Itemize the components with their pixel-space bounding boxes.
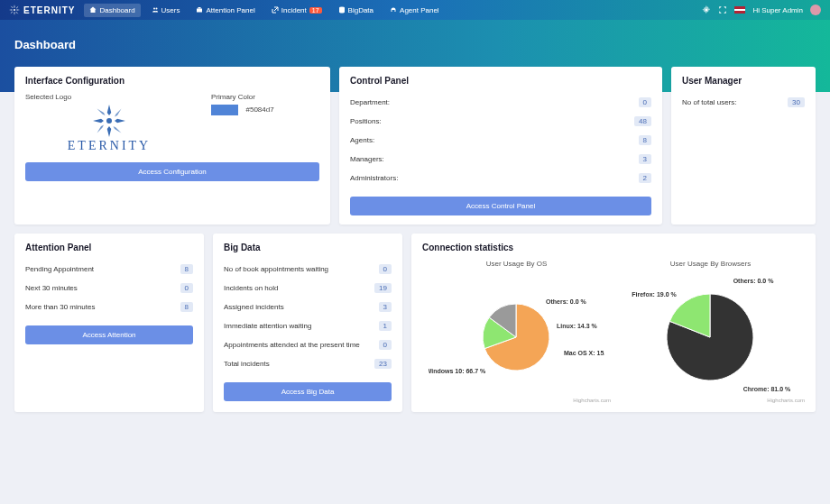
briefcase-icon: [196, 6, 203, 14]
svg-text:Others: 0.0 %: Others: 0.0 %: [546, 298, 587, 305]
content-area: Interface Configuration Selected Logo ET…: [0, 67, 830, 412]
browser-usage-chart: User Usage By Browsers Chrome: 81.0 %Fir…: [616, 260, 805, 403]
access-attention-button[interactable]: Access Attention: [25, 325, 193, 344]
database-icon: [338, 6, 346, 14]
main-nav: Dashboard Users Attention Panel Incident…: [84, 4, 444, 17]
page-title: Dashboard: [14, 38, 816, 51]
svg-text:Mac OS X: 15.0 %: Mac OS X: 15.0 %: [564, 350, 604, 356]
control-row: Managers:3: [350, 150, 651, 169]
svg-text:Firefox: 19.0 %: Firefox: 19.0 %: [632, 291, 677, 298]
svg-point-0: [14, 9, 15, 11]
svg-rect-4: [198, 7, 201, 9]
control-row: Department:0: [350, 93, 651, 112]
nav-attention-panel[interactable]: Attention Panel: [190, 4, 260, 17]
brand-text: ETERNITY: [23, 5, 75, 15]
svg-rect-3: [197, 9, 202, 13]
access-control-panel-button[interactable]: Access Control Panel: [350, 197, 651, 215]
attention-row: Next 30 minutes0: [25, 279, 193, 298]
interface-config-card: Interface Configuration Selected Logo ET…: [14, 67, 330, 225]
pie-chart-os: Windows 10: 66.7 %Mac OS X: 15.0 %Linux:…: [429, 270, 604, 396]
control-panel-card: Control Panel Department:0Positions:48Ag…: [339, 67, 662, 225]
bigdata-row: No of book appointments waiting0: [224, 260, 392, 279]
nav-incident[interactable]: Incident 17: [266, 4, 327, 17]
access-big-data-button[interactable]: Access Big Data: [224, 382, 392, 401]
selected-logo-block: Selected Logo ETERNITY: [25, 93, 193, 153]
svg-point-2: [155, 8, 157, 10]
headset-icon: [390, 6, 397, 14]
total-users-row: No of total users: 30: [682, 93, 805, 112]
svg-point-1: [153, 8, 155, 10]
nav-dashboard[interactable]: Dashboard: [84, 4, 140, 17]
bigdata-row: Appointments attended at the present tim…: [224, 335, 392, 354]
home-icon: [89, 6, 97, 14]
attention-row: Pending Appointment8: [25, 260, 193, 279]
brand-logo[interactable]: ETERNITY: [9, 5, 75, 15]
logo-preview: ETERNITY: [68, 105, 151, 153]
connection-statistics-card: Connection statistics User Usage By OS W…: [411, 234, 816, 412]
nav-agent-panel[interactable]: Agent Panel: [384, 4, 445, 17]
control-row: Positions:48: [350, 112, 651, 131]
bigdata-row: Incidents on hold19: [224, 279, 392, 298]
control-row: Administrators:2: [350, 169, 651, 188]
bigdata-row: Assigned incidents3: [224, 298, 392, 316]
gear-icon[interactable]: [702, 5, 711, 14]
incident-badge: 17: [309, 7, 322, 14]
svg-text:Chrome: 81.0 %: Chrome: 81.0 %: [743, 386, 791, 392]
bigdata-row: Immediate attention waiting1: [224, 316, 392, 335]
access-configuration-button[interactable]: Access Configuration: [25, 162, 319, 181]
svg-text:Windows 10: 66.7 %: Windows 10: 66.7 %: [429, 368, 486, 374]
user-greeting: Hi Super Admin: [752, 6, 803, 14]
pie-chart-browsers: Chrome: 81.0 %Firefox: 19.0 %Others: 0.0…: [622, 270, 798, 396]
eternity-logo-icon: [93, 105, 125, 137]
svg-text:Linux: 14.3 %: Linux: 14.3 %: [557, 323, 598, 329]
svg-point-7: [106, 118, 112, 124]
header-right: Hi Super Admin: [686, 5, 821, 15]
avatar[interactable]: [810, 5, 821, 15]
external-icon: [272, 6, 279, 14]
big-data-card: Big Data No of book appointments waiting…: [213, 234, 402, 412]
os-usage-chart: User Usage By OS Windows 10: 66.7 %Mac O…: [422, 260, 611, 403]
svg-text:Others: 0.0 %: Others: 0.0 %: [733, 278, 775, 284]
users-icon: [152, 6, 159, 14]
control-row: Agents:8: [350, 131, 651, 150]
color-hex: #5084d7: [246, 105, 274, 114]
moon-icon[interactable]: [686, 5, 695, 14]
nav-bigdata[interactable]: BigData: [333, 4, 379, 17]
eternity-logo-icon: [9, 5, 20, 15]
user-manager-card: User Manager No of total users: 30: [671, 67, 816, 225]
color-swatch: [211, 105, 238, 115]
primary-color-block: Primary Color #5084d7: [211, 93, 319, 153]
nav-users[interactable]: Users: [146, 4, 186, 17]
attention-panel-card: Attention Panel Pending Appointment8Next…: [14, 234, 204, 412]
top-navbar: ETERNITY Dashboard Users Attention Panel…: [0, 0, 830, 20]
attention-row: More than 30 minutes8: [25, 298, 193, 316]
bigdata-row: Total incidents23: [224, 354, 392, 373]
flag-icon[interactable]: [734, 6, 745, 14]
expand-icon[interactable]: [718, 5, 727, 14]
